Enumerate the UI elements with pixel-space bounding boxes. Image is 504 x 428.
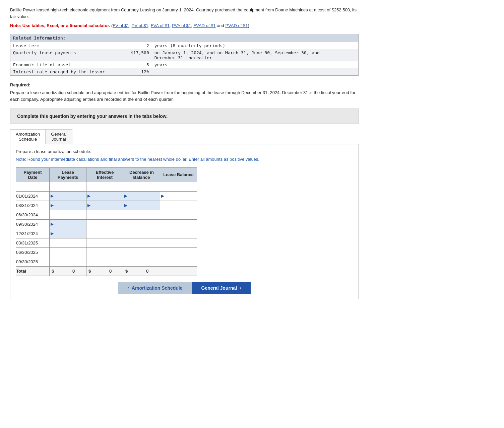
lease-payment-input-cell: ▶	[50, 229, 86, 238]
pvad-link[interactable]: PVAD of $1	[225, 23, 248, 28]
lease-payment-input[interactable]	[50, 238, 86, 247]
decrease-balance-input-cell	[123, 219, 160, 229]
col-header-lease-balance: Lease Balance	[160, 167, 197, 182]
total-effective-interest-input[interactable]	[91, 269, 112, 274]
prev-button-label: Amortization Schedule	[132, 285, 183, 291]
effective-interest-input[interactable]	[86, 210, 123, 219]
effective-interest-input[interactable]	[86, 248, 123, 257]
lease-balance-input[interactable]	[160, 220, 197, 229]
lease-payment-input-cell	[50, 257, 86, 266]
lease-balance-input[interactable]	[160, 192, 197, 201]
label-lease-term: Lease term	[10, 42, 128, 49]
arrow-indicator: ▶	[51, 203, 54, 208]
total-decrease-balance-input[interactable]	[128, 269, 148, 274]
lease-payment-input[interactable]	[50, 182, 86, 191]
lease-payment-input-cell	[50, 247, 86, 257]
lease-payment-input[interactable]	[50, 229, 86, 238]
lease-payment-input[interactable]	[50, 210, 86, 219]
pva-link[interactable]: PVA of $1	[172, 23, 191, 28]
required-label: Required:	[10, 82, 359, 88]
dollar-sign: $	[125, 269, 128, 274]
decrease-balance-input[interactable]	[123, 229, 160, 238]
lease-balance-cell	[160, 238, 197, 247]
total-effective-interest-cell: $	[86, 266, 123, 276]
decrease-balance-input[interactable]	[123, 248, 160, 257]
intro-paragraph: Baillie Power leased high-tech electroni…	[10, 7, 359, 20]
lease-balance-input[interactable]	[160, 229, 197, 238]
effective-interest-input[interactable]	[86, 182, 123, 191]
lease-payment-input-cell: ▶	[50, 219, 86, 229]
lease-payment-input-cell: ▶	[50, 201, 86, 210]
table-row: Lease term 2 years (8 quarterly periods)	[10, 42, 358, 49]
arrow-indicator: ▶	[51, 231, 54, 236]
lease-payment-input[interactable]	[50, 192, 86, 201]
effective-interest-input[interactable]	[86, 238, 123, 247]
note-bold: Note: Use tables, Excel, or a financial …	[10, 23, 110, 28]
tab-general-journal[interactable]: GeneralJournal	[45, 129, 72, 144]
decrease-balance-input[interactable]	[123, 220, 160, 229]
table-row: 01/01/2024 ▶ ▶ ▶ ▶	[16, 191, 197, 201]
decrease-balance-input-cell: ▶	[123, 201, 160, 210]
effective-interest-input[interactable]	[86, 257, 123, 266]
effective-interest-input-cell	[86, 219, 123, 229]
lease-balance-cell	[160, 219, 197, 229]
lease-balance-input[interactable]	[160, 238, 197, 247]
tab-amortization-label: AmortizationSchedule	[16, 132, 40, 142]
prev-button[interactable]: ‹ Amortization Schedule	[118, 282, 192, 294]
fva-link[interactable]: FVA of $1	[151, 23, 170, 28]
col-header-decrease-balance: Decrease inBalance	[123, 167, 160, 182]
total-row: Total $ $ $	[16, 266, 197, 276]
effective-interest-input[interactable]	[86, 229, 123, 238]
lease-balance-cell	[160, 229, 197, 238]
effective-interest-input[interactable]	[86, 201, 123, 210]
table-row: 09/30/2025	[16, 257, 197, 266]
required-section: Required: Prepare a lease amortization s…	[10, 82, 359, 103]
pv-link[interactable]: PV of $1	[132, 23, 148, 28]
effective-interest-input-cell	[86, 247, 123, 257]
decrease-balance-input[interactable]	[123, 210, 160, 219]
lease-balance-input[interactable]	[160, 257, 197, 266]
prev-arrow-icon: ‹	[127, 285, 129, 291]
date-cell: 03/31/2024	[16, 201, 50, 210]
complete-box: Complete this question by entering your …	[10, 109, 359, 124]
lease-payment-input[interactable]	[50, 201, 86, 210]
effective-interest-input[interactable]	[86, 192, 123, 201]
lease-balance-input[interactable]	[160, 210, 197, 219]
decrease-balance-input[interactable]	[123, 238, 160, 247]
related-info-header: Related Information:	[10, 34, 358, 42]
table-row: 12/31/2024 ▶	[16, 229, 197, 238]
fv-link[interactable]: FV of $1	[113, 23, 129, 28]
lease-payment-input[interactable]	[50, 257, 86, 266]
arrow-indicator: ▶	[161, 194, 164, 198]
note-line: Note: Use tables, Excel, or a financial …	[10, 22, 359, 29]
decrease-balance-input[interactable]	[123, 192, 160, 201]
col-header-effective-interest: EffectiveInterest	[86, 167, 123, 182]
decrease-balance-input-cell	[123, 247, 160, 257]
detail-economic-life: years	[152, 61, 358, 68]
total-lease-payments-input[interactable]	[55, 269, 75, 274]
table-row: Interest rate charged by the lessor 12%	[10, 68, 358, 75]
lease-balance-input[interactable]	[160, 248, 197, 257]
fvad-link[interactable]: FVAD of $1	[193, 23, 215, 28]
value-quarterly-payments: $17,500	[128, 49, 152, 61]
total-lease-balance-input[interactable]	[160, 267, 197, 276]
effective-interest-input[interactable]	[86, 220, 123, 229]
label-interest-rate: Interest rate charged by the lessor	[10, 68, 128, 75]
decrease-balance-input-cell	[123, 238, 160, 247]
lease-payment-input[interactable]	[50, 220, 86, 229]
intro-text: Baillie Power leased high-tech electroni…	[10, 7, 357, 19]
dollar-sign: $	[52, 269, 54, 274]
tab-amortization-schedule[interactable]: AmortizationSchedule	[10, 129, 45, 144]
effective-interest-input-cell	[86, 238, 123, 247]
lease-balance-cell	[160, 210, 197, 219]
next-button[interactable]: General Journal ›	[192, 282, 251, 294]
date-cell: 06/30/2025	[16, 247, 50, 257]
col-header-payment-date: Payment Date	[16, 167, 50, 182]
lease-balance-input[interactable]	[160, 201, 197, 210]
lease-balance-input[interactable]	[160, 182, 197, 191]
arrow-indicator: ▶	[87, 203, 90, 208]
lease-payment-input[interactable]	[50, 248, 86, 257]
decrease-balance-input[interactable]	[123, 201, 160, 210]
decrease-balance-input[interactable]	[123, 182, 160, 191]
decrease-balance-input[interactable]	[123, 257, 160, 266]
